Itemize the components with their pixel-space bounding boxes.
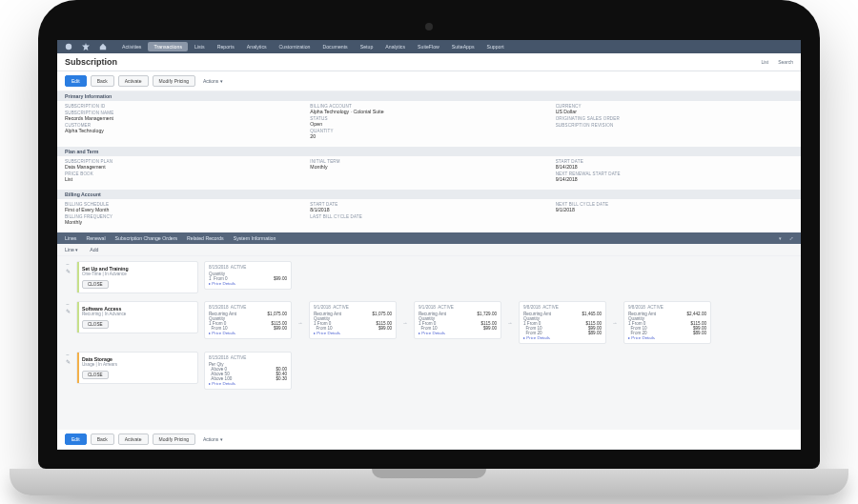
line-item-card: Set Up and Training One-Time | In Advanc… [76,261,198,293]
app-logo-icon [65,43,72,50]
price-details-link[interactable]: ▸ Price Details [209,381,287,386]
close-line-button[interactable]: CLOSE [82,320,109,329]
plan-term-fields: SUBSCRIPTION PLANData Management PRICE B… [57,156,801,190]
lines-tab-line[interactable]: Line ▾ [65,247,78,252]
period-card: 9/8/2018 ACTIVE Recurring Amt$2,442.00 Q… [623,301,711,344]
line-item-card: Software Access Recurring | In Advance C… [76,301,198,333]
line-item-sub: One-Time | In Advance [82,272,193,276]
header-link-list[interactable]: List [761,59,768,65]
activate-button-bottom[interactable]: Activate [118,433,149,445]
subtab-system[interactable]: System Information [234,235,276,241]
period-date: 9/8/2018 ACTIVE [523,305,602,310]
field-value: Data Management [65,164,302,170]
header-link-search[interactable]: Search [778,59,793,65]
page-header-actions: List Search [761,59,793,65]
price-details-link[interactable]: ▸ Price Details [314,331,392,335]
subtab-changeorders[interactable]: Subscription Change Orders [115,235,177,241]
tab-analytics[interactable]: Analytics [241,42,273,51]
tab-activities[interactable]: Activities [116,42,147,51]
svg-point-0 [66,44,72,50]
period-date: 8/15/2018 ACTIVE [209,305,287,310]
tab-support[interactable]: Support [480,42,509,51]
edit-button-bottom[interactable]: Edit [65,433,87,445]
field-value: Open [310,121,547,127]
field-value: US Dollar [556,109,793,114]
billing-fields: BILLING SCHEDULEFirst of Every Month BIL… [57,199,801,232]
period-card: 9/1/2018 ACTIVE Recurring Amt$1,075.00 Q… [309,301,397,339]
field-value: 8/1/2018 [310,207,547,212]
arrow-right-icon: → [507,320,513,326]
subtab-lines[interactable]: Lines [65,235,76,241]
field-value: List [65,176,302,182]
arrow-right-icon: → [612,320,618,326]
field-value: Alpha Technology · Colonial Suite [310,109,547,114]
back-button-bottom[interactable]: Back [91,433,114,445]
modify-pricing-button[interactable]: Modify Pricing [153,75,195,87]
collapse-icon[interactable]: − [66,301,70,307]
tab-setup[interactable]: Setup [355,42,379,51]
price-details-link[interactable]: ▸ Price Details [628,335,706,340]
tab-customization[interactable]: Customization [274,42,317,51]
app-root: Activities Transactions Lists Reports An… [57,40,801,450]
close-line-button[interactable]: CLOSE [82,371,109,379]
line-item-card: Data Storage Usage | In Arrears CLOSE [76,352,198,384]
edit-line-icon[interactable]: ✎ [66,269,71,274]
field-value: 8/14/2018 [556,164,793,170]
lines-tab-add[interactable]: Add [90,247,98,252]
top-tabs: Activities Transactions Lists Reports An… [116,42,510,51]
period-date: 8/15/2018 ACTIVE [209,265,287,270]
star-icon[interactable] [82,43,90,50]
period-date: 9/8/2018 ACTIVE [628,305,706,310]
price-details-link[interactable]: ▸ Price Details [209,331,287,335]
field-label: SUBSCRIPTION REVISION [556,123,793,128]
tab-transactions[interactable]: Transactions [148,42,188,51]
period-card: 9/1/2018 ACTIVE Recurring Amt$1,729.00 Q… [414,301,501,339]
collapse-icon[interactable]: − [66,261,70,267]
edit-line-icon[interactable]: ✎ [66,359,71,365]
tab-lists[interactable]: Lists [189,42,211,51]
tab-analytics2[interactable]: Analytics [379,42,411,51]
activate-button[interactable]: Activate [118,75,149,87]
collapse-icon[interactable]: − [66,352,70,357]
actions-menu-bottom[interactable]: Actions ▾ [203,436,223,442]
price-details-link[interactable]: ▸ Price Details [523,335,602,340]
line-item-sub: Usage | In Arrears [82,362,193,367]
period-card: 8/15/2018 ACTIVE Recurring Amt$1,075.00 … [204,301,292,339]
field-value: First of Every Month [65,207,302,212]
actions-menu[interactable]: Actions ▾ [203,78,223,84]
subtab-related[interactable]: Related Records [187,235,224,241]
line-item-sub: Recurring | In Advance [82,312,193,316]
section-billing: Billing Account [57,190,801,199]
expand-icon[interactable]: ⤢ [789,235,793,241]
field-label: ORIGINATING SALES ORDER [556,116,793,121]
field-value: Alpha Technology [65,128,302,133]
period-date: 9/1/2018 ACTIVE [314,305,392,310]
price-details-link[interactable]: ▸ Price Details [419,331,497,335]
price-details-link[interactable]: ▸ Price Details [209,281,287,286]
back-button[interactable]: Back [91,75,114,87]
modify-pricing-button-bottom[interactable]: Modify Pricing [153,433,195,445]
filter-icon[interactable]: ▾ [779,235,782,241]
section-primary-info: Primary Information [57,91,801,101]
field-value: 20 [310,133,547,139]
period-card: 8/15/2018 ACTIVE Quantity 1 From 0$99.00… [204,261,292,290]
section-plan-term: Plan and Term [57,147,801,156]
period-card: 9/8/2018 ACTIVE Recurring Amt$1,465.00 Q… [519,301,606,344]
subtab-renewal[interactable]: Renewal [86,235,105,241]
tab-suiteapps[interactable]: SuiteApps [446,42,480,51]
edit-button[interactable]: Edit [65,75,87,87]
arrow-right-icon: → [297,320,303,326]
field-label: LAST BILL CYCLE DATE [310,214,547,219]
edit-line-icon[interactable]: ✎ [66,309,71,314]
period-date: 9/1/2018 ACTIVE [419,305,497,310]
tab-documents[interactable]: Documents [317,42,353,51]
close-line-button[interactable]: CLOSE [82,280,109,289]
home-icon[interactable] [99,43,107,50]
tab-reports[interactable]: Reports [212,42,240,51]
tab-suiteflow[interactable]: SuiteFlow [412,42,445,51]
field-label: SUBSCRIPTION ID [65,104,302,109]
lines-toolbar: Line ▾ Add [57,244,801,256]
line-row: − ✎ Set Up and Training One-Time | In Ad… [65,261,793,293]
primary-info-fields: SUBSCRIPTION ID SUBSCRIPTION NAMERecords… [57,101,801,147]
global-nav: Activities Transactions Lists Reports An… [57,40,801,53]
